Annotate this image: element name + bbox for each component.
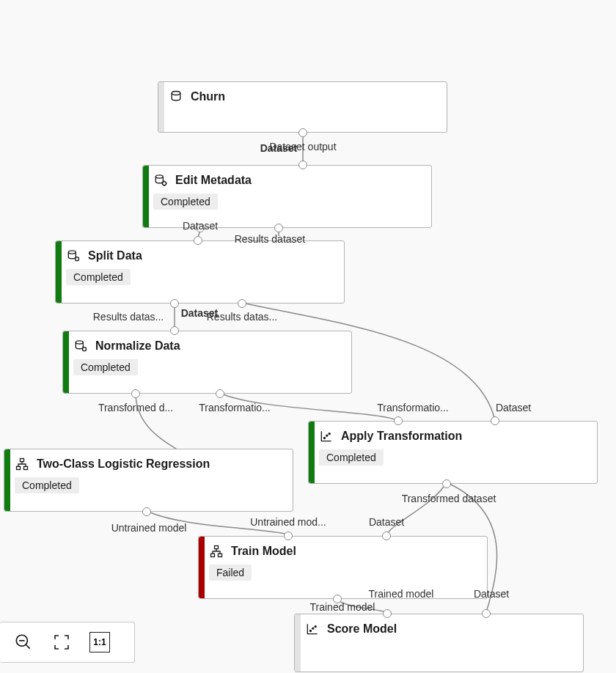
ratio-label: 1:1 [93, 637, 106, 647]
label-dataset-top: Dataset [260, 142, 298, 154]
label-dataset-apply: Dataset [496, 402, 531, 413]
port-train-in-2[interactable] [382, 532, 391, 540]
svg-point-18 [315, 626, 316, 628]
svg-point-12 [329, 433, 330, 435]
label-untrained-mod: Untrained mod... [250, 516, 326, 528]
node-status-badge: Failed [209, 564, 252, 581]
svg-rect-13 [215, 546, 219, 549]
node-title: Two-Class Logistic Regression [37, 457, 210, 471]
node-status-badge: Completed [319, 449, 384, 466]
svg-point-0 [172, 92, 180, 95]
node-status-stripe [158, 82, 164, 132]
node-title: Train Model [231, 545, 296, 558]
node-status-stripe [309, 422, 315, 483]
zoom-toolbar: 1:1 [0, 622, 135, 663]
port-apply-in-2[interactable] [491, 416, 499, 425]
node-status-stripe [4, 449, 10, 511]
port-logreg-out[interactable] [142, 507, 151, 516]
node-status-badge: Completed [66, 269, 131, 285]
node-title: Churn [191, 90, 225, 103]
port-normalize-in[interactable] [170, 326, 179, 335]
port-churn-out[interactable] [298, 128, 307, 137]
label-transformatio-2: Transformatio... [377, 402, 449, 413]
node-status-stripe [295, 614, 301, 672]
node-status-stripe [143, 166, 149, 227]
label-trained-model: Trained model [369, 588, 434, 600]
label-transformatio-1: Transformatio... [199, 402, 271, 413]
port-split-out-1[interactable] [170, 299, 179, 308]
port-edit-out-2[interactable] [274, 224, 283, 232]
node-edit-metadata[interactable]: Edit Metadata Completed [142, 165, 432, 228]
database-icon [169, 89, 183, 104]
node-status-badge: Completed [153, 194, 218, 210]
node-title: Score Model [327, 622, 397, 636]
label-untrained-model: Untrained model [111, 522, 187, 534]
pipeline-canvas[interactable]: Churn Edit Metadata Completed [0, 0, 616, 673]
node-title: Edit Metadata [175, 174, 252, 187]
hierarchy-icon [209, 544, 224, 559]
svg-rect-9 [24, 466, 28, 469]
label-results-datas-1: Results datas... [93, 311, 164, 323]
node-apply-transformation[interactable]: Apply Transformation Completed [308, 421, 598, 484]
port-edit-in[interactable] [298, 161, 307, 169]
svg-rect-7 [21, 459, 24, 462]
fit-to-screen-button[interactable] [51, 632, 72, 652]
svg-point-10 [324, 438, 326, 439]
node-status-stripe [56, 241, 62, 303]
node-title: Normalize Data [95, 339, 180, 353]
node-title: Split Data [88, 249, 142, 262]
label-dataset-edit: Dataset [183, 220, 218, 232]
scatter-icon [319, 429, 334, 444]
svg-point-1 [155, 175, 163, 178]
label-trained-model-2: Trained model [310, 601, 375, 613]
svg-rect-8 [17, 466, 21, 469]
port-apply-in-1[interactable] [394, 416, 403, 425]
node-status-badge: Completed [15, 477, 79, 493]
svg-point-17 [312, 628, 314, 629]
label-results-datas-2: Results datas... [207, 311, 278, 323]
svg-point-11 [326, 435, 328, 436]
svg-point-5 [76, 341, 83, 344]
node-status-stripe [199, 537, 205, 598]
svg-point-16 [310, 630, 312, 632]
hierarchy-icon [15, 457, 29, 471]
label-dataset-score: Dataset [474, 588, 509, 600]
node-train-model[interactable]: Train Model Failed [198, 536, 488, 599]
database-gear-icon [66, 249, 81, 263]
node-status-stripe [63, 331, 69, 393]
label-transformed-d: Transformed d... [98, 402, 173, 413]
label-transformed-dataset: Transformed dataset [402, 493, 496, 504]
node-title: Apply Transformation [341, 430, 462, 443]
database-gear-icon [153, 173, 168, 188]
label-dataset-train: Dataset [369, 516, 404, 528]
node-status-badge: Completed [73, 359, 138, 375]
port-apply-out[interactable] [442, 479, 451, 488]
node-score-model[interactable]: Score Model [294, 614, 584, 672]
node-normalize-data[interactable]: Normalize Data Completed [62, 331, 352, 394]
port-score-in-1[interactable] [383, 609, 392, 618]
svg-point-4 [76, 257, 79, 261]
scatter-icon [305, 622, 320, 636]
label-results-dataset: Results dataset [235, 233, 306, 245]
svg-point-6 [83, 347, 87, 351]
actual-size-button[interactable]: 1:1 [89, 632, 110, 652]
port-score-in-2[interactable] [482, 609, 491, 618]
port-normalize-out-2[interactable] [216, 389, 224, 398]
port-train-in-1[interactable] [284, 532, 293, 540]
svg-point-2 [163, 182, 166, 185]
svg-rect-14 [211, 554, 215, 556]
svg-point-3 [68, 251, 76, 254]
node-logistic-regression[interactable]: Two-Class Logistic Regression Completed [4, 449, 293, 512]
zoom-out-button[interactable] [13, 632, 34, 652]
node-split-data[interactable]: Split Data Completed [55, 240, 345, 304]
svg-rect-15 [219, 554, 222, 556]
port-split-out-2[interactable] [238, 299, 246, 308]
database-gear-icon [73, 339, 88, 353]
node-churn[interactable]: Churn [158, 81, 447, 133]
port-split-in[interactable] [194, 236, 202, 245]
port-normalize-out-1[interactable] [131, 389, 140, 398]
